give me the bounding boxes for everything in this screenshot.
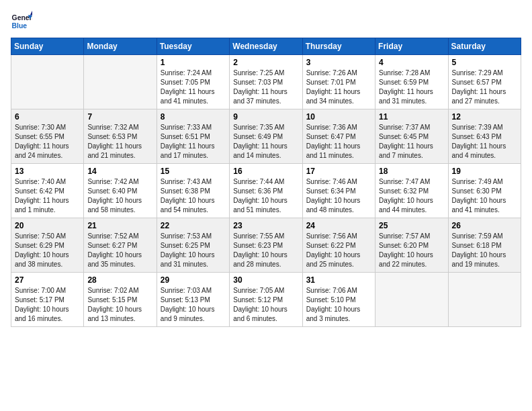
day-header-sunday: Sunday: [11, 38, 84, 55]
day-number: 4: [379, 58, 444, 67]
day-number: 14: [87, 167, 152, 176]
calendar-cell: [375, 273, 448, 327]
calendar-cell: 9Sunrise: 7:35 AM Sunset: 6:49 PM Daylig…: [230, 109, 302, 164]
day-number: 29: [161, 275, 226, 285]
calendar-cell: 14Sunrise: 7:42 AM Sunset: 6:40 PM Dayli…: [84, 164, 157, 218]
day-number: 9: [233, 112, 298, 122]
day-info: Sunrise: 7:00 AM Sunset: 5:17 PM Dayligh…: [15, 286, 80, 324]
day-number: 16: [233, 167, 298, 176]
calendar-cell: 3Sunrise: 7:26 AM Sunset: 7:01 PM Daylig…: [302, 55, 375, 109]
calendar-week-row: 20Sunrise: 7:50 AM Sunset: 6:29 PM Dayli…: [11, 218, 521, 273]
day-header-friday: Friday: [375, 38, 448, 55]
day-header-wednesday: Wednesday: [230, 38, 302, 55]
day-info: Sunrise: 7:37 AM Sunset: 6:45 PM Dayligh…: [379, 123, 444, 161]
day-number: 27: [15, 275, 80, 285]
day-info: Sunrise: 7:06 AM Sunset: 5:10 PM Dayligh…: [306, 286, 371, 324]
calendar-header-row: SundayMondayTuesdayWednesdayThursdayFrid…: [11, 38, 521, 55]
day-info: Sunrise: 7:59 AM Sunset: 6:18 PM Dayligh…: [452, 232, 517, 269]
day-header-thursday: Thursday: [302, 38, 375, 55]
calendar-cell: 7Sunrise: 7:32 AM Sunset: 6:53 PM Daylig…: [84, 109, 157, 164]
calendar-cell: 20Sunrise: 7:50 AM Sunset: 6:29 PM Dayli…: [11, 218, 84, 273]
calendar-cell: 29Sunrise: 7:03 AM Sunset: 5:13 PM Dayli…: [157, 273, 229, 327]
calendar-cell: 13Sunrise: 7:40 AM Sunset: 6:42 PM Dayli…: [11, 164, 84, 218]
day-number: 25: [379, 221, 444, 230]
calendar-cell: 12Sunrise: 7:39 AM Sunset: 6:43 PM Dayli…: [448, 109, 521, 164]
day-number: 31: [306, 275, 371, 285]
calendar-cell: 6Sunrise: 7:30 AM Sunset: 6:55 PM Daylig…: [11, 109, 84, 164]
calendar-cell: 17Sunrise: 7:46 AM Sunset: 6:34 PM Dayli…: [302, 164, 375, 218]
day-number: 22: [161, 221, 226, 230]
day-info: Sunrise: 7:35 AM Sunset: 6:49 PM Dayligh…: [233, 123, 298, 161]
calendar-cell: 15Sunrise: 7:43 AM Sunset: 6:38 PM Dayli…: [157, 164, 229, 218]
calendar-week-row: 13Sunrise: 7:40 AM Sunset: 6:42 PM Dayli…: [11, 164, 521, 218]
calendar-cell: [448, 273, 521, 327]
day-info: Sunrise: 7:47 AM Sunset: 6:32 PM Dayligh…: [379, 177, 444, 215]
calendar-cell: 18Sunrise: 7:47 AM Sunset: 6:32 PM Dayli…: [375, 164, 448, 218]
day-number: 30: [233, 275, 298, 285]
day-number: 5: [452, 58, 517, 67]
day-info: Sunrise: 7:40 AM Sunset: 6:42 PM Dayligh…: [15, 177, 80, 215]
calendar-cell: 23Sunrise: 7:55 AM Sunset: 6:23 PM Dayli…: [230, 218, 302, 273]
day-info: Sunrise: 7:36 AM Sunset: 6:47 PM Dayligh…: [306, 123, 371, 161]
day-header-saturday: Saturday: [448, 38, 521, 55]
calendar-cell: 2Sunrise: 7:25 AM Sunset: 7:03 PM Daylig…: [230, 55, 302, 109]
svg-text:Blue: Blue: [12, 22, 28, 30]
day-number: 7: [87, 112, 152, 122]
calendar-cell: 25Sunrise: 7:57 AM Sunset: 6:20 PM Dayli…: [375, 218, 448, 273]
calendar-cell: 16Sunrise: 7:44 AM Sunset: 6:36 PM Dayli…: [230, 164, 302, 218]
day-info: Sunrise: 7:53 AM Sunset: 6:25 PM Dayligh…: [161, 232, 226, 269]
day-info: Sunrise: 7:43 AM Sunset: 6:38 PM Dayligh…: [161, 177, 226, 215]
calendar-cell: 26Sunrise: 7:59 AM Sunset: 6:18 PM Dayli…: [448, 218, 521, 273]
day-number: 15: [161, 167, 226, 176]
day-number: 19: [452, 167, 517, 176]
calendar-cell: [84, 55, 157, 109]
day-header-tuesday: Tuesday: [157, 38, 229, 55]
day-info: Sunrise: 7:25 AM Sunset: 7:03 PM Dayligh…: [233, 68, 298, 106]
day-number: 21: [87, 221, 152, 230]
day-number: 11: [379, 112, 444, 122]
calendar-cell: 5Sunrise: 7:29 AM Sunset: 6:57 PM Daylig…: [448, 55, 521, 109]
day-number: 23: [233, 221, 298, 230]
calendar-cell: 11Sunrise: 7:37 AM Sunset: 6:45 PM Dayli…: [375, 109, 448, 164]
calendar-week-row: 6Sunrise: 7:30 AM Sunset: 6:55 PM Daylig…: [11, 109, 521, 164]
day-number: 13: [15, 167, 80, 176]
day-info: Sunrise: 7:32 AM Sunset: 6:53 PM Dayligh…: [87, 123, 152, 161]
calendar-cell: 1Sunrise: 7:24 AM Sunset: 7:05 PM Daylig…: [157, 55, 229, 109]
day-number: 1: [161, 58, 226, 67]
calendar-cell: 27Sunrise: 7:00 AM Sunset: 5:17 PM Dayli…: [11, 273, 84, 327]
logo-icon: General Blue: [11, 11, 32, 32]
page-header: General Blue: [11, 11, 521, 32]
day-info: Sunrise: 7:57 AM Sunset: 6:20 PM Dayligh…: [379, 232, 444, 269]
day-info: Sunrise: 7:26 AM Sunset: 7:01 PM Dayligh…: [306, 68, 371, 106]
calendar-cell: 8Sunrise: 7:33 AM Sunset: 6:51 PM Daylig…: [157, 109, 229, 164]
day-info: Sunrise: 7:33 AM Sunset: 6:51 PM Dayligh…: [161, 123, 226, 161]
calendar-cell: 22Sunrise: 7:53 AM Sunset: 6:25 PM Dayli…: [157, 218, 229, 273]
calendar-table: SundayMondayTuesdayWednesdayThursdayFrid…: [11, 38, 521, 327]
calendar-cell: 28Sunrise: 7:02 AM Sunset: 5:15 PM Dayli…: [84, 273, 157, 327]
day-number: 8: [161, 112, 226, 122]
day-number: 26: [452, 221, 517, 230]
calendar-cell: 19Sunrise: 7:49 AM Sunset: 6:30 PM Dayli…: [448, 164, 521, 218]
day-number: 17: [306, 167, 371, 176]
day-info: Sunrise: 7:42 AM Sunset: 6:40 PM Dayligh…: [87, 177, 152, 215]
day-info: Sunrise: 7:02 AM Sunset: 5:15 PM Dayligh…: [87, 286, 152, 324]
calendar-cell: 21Sunrise: 7:52 AM Sunset: 6:27 PM Dayli…: [84, 218, 157, 273]
day-number: 24: [306, 221, 371, 230]
day-info: Sunrise: 7:55 AM Sunset: 6:23 PM Dayligh…: [233, 232, 298, 269]
calendar-cell: 30Sunrise: 7:05 AM Sunset: 5:12 PM Dayli…: [230, 273, 302, 327]
day-number: 20: [15, 221, 80, 230]
day-info: Sunrise: 7:05 AM Sunset: 5:12 PM Dayligh…: [233, 286, 298, 324]
calendar-week-row: 27Sunrise: 7:00 AM Sunset: 5:17 PM Dayli…: [11, 273, 521, 327]
day-info: Sunrise: 7:24 AM Sunset: 7:05 PM Dayligh…: [161, 68, 226, 106]
day-info: Sunrise: 7:46 AM Sunset: 6:34 PM Dayligh…: [306, 177, 371, 215]
day-number: 10: [306, 112, 371, 122]
day-info: Sunrise: 7:52 AM Sunset: 6:27 PM Dayligh…: [87, 232, 152, 269]
day-info: Sunrise: 7:50 AM Sunset: 6:29 PM Dayligh…: [15, 232, 80, 269]
calendar-cell: 10Sunrise: 7:36 AM Sunset: 6:47 PM Dayli…: [302, 109, 375, 164]
day-info: Sunrise: 7:44 AM Sunset: 6:36 PM Dayligh…: [233, 177, 298, 215]
day-info: Sunrise: 7:03 AM Sunset: 5:13 PM Dayligh…: [161, 286, 226, 324]
calendar-cell: 24Sunrise: 7:56 AM Sunset: 6:22 PM Dayli…: [302, 218, 375, 273]
day-info: Sunrise: 7:29 AM Sunset: 6:57 PM Dayligh…: [452, 68, 517, 106]
day-number: 28: [87, 275, 152, 285]
day-number: 6: [15, 112, 80, 122]
